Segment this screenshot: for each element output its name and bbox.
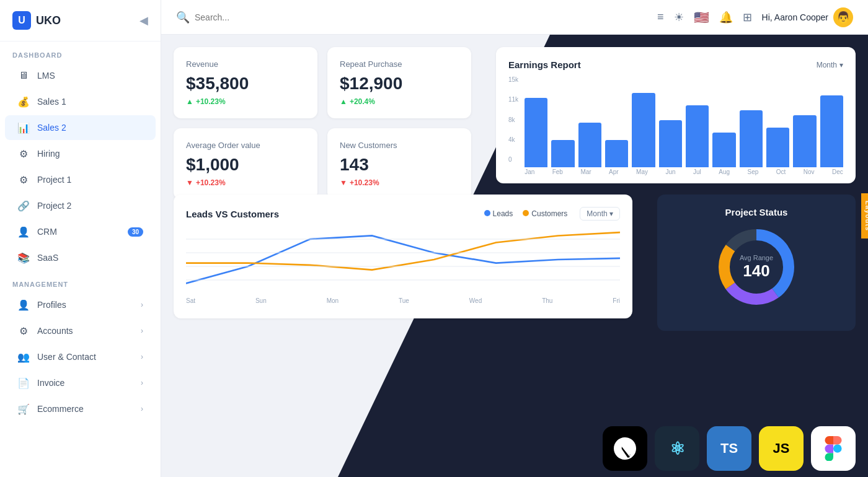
- leads-card: Leads VS Customers Leads Customers Month…: [174, 195, 632, 318]
- sidebar-item-hiring[interactable]: ⚙ Hiring: [5, 141, 156, 166]
- sidebar-item-label: User & Contact: [37, 352, 96, 362]
- sidebar-item-label: SaaS: [37, 253, 58, 263]
- sidebar-item-label: Accounts: [37, 326, 73, 336]
- sidebar-item-saas[interactable]: 📚 SaaS: [5, 245, 156, 270]
- leads-x-labels: SatSunMonTueWedThuFri: [186, 297, 620, 304]
- typescript-logo[interactable]: TS: [707, 426, 751, 471]
- chevron-icon: ›: [141, 379, 143, 387]
- donut-center: Avg Range 140: [740, 254, 773, 281]
- sidebar-item-user-contact[interactable]: 👥 User & Contact ›: [5, 344, 156, 369]
- bar-group: [793, 115, 816, 167]
- bar-group: [766, 128, 789, 167]
- sidebar-item-label: Ecommerce: [37, 404, 84, 414]
- figma-logo[interactable]: [811, 426, 856, 471]
- revenue-label: Revenue: [186, 59, 305, 69]
- avg-order-card: Average Order value $1,000 ▼ +10.23%: [174, 128, 317, 199]
- sidebar-item-sales2[interactable]: 📊 Sales 2: [5, 115, 156, 140]
- repeat-value: $12,900: [340, 74, 459, 94]
- management-section-label: MANAGEMENT: [0, 271, 161, 292]
- user-info: Hi, Aaron Cooper 👨: [762, 7, 853, 27]
- sidebar-item-label: Invoice: [37, 378, 64, 388]
- greeting-text: Hi, Aaron Cooper: [762, 12, 828, 22]
- logo: U UKO: [12, 11, 61, 30]
- bar-group: [740, 110, 763, 167]
- content-area: Revenue $35,800 ▲ +10.23% Repeat Purchas…: [161, 35, 868, 477]
- sidebar-item-accounts[interactable]: ⚙ Accounts ›: [5, 318, 156, 343]
- sidebar-item-lms[interactable]: 🖥 LMS: [5, 63, 156, 88]
- sidebar-item-label: Sales 2: [37, 123, 66, 133]
- tech-logos: ⚛ TS JS: [603, 426, 856, 477]
- bar-group: [632, 93, 655, 167]
- avatar: 👨: [833, 7, 853, 27]
- repeat-purchase-card: Repeat Purchase $12,900 ▲ +20.4%: [327, 47, 471, 118]
- sidebar-item-project2[interactable]: 🔗 Project 2: [5, 193, 156, 218]
- header: 🔍 ≡ ☀ 🇺🇸 🔔 ⊞ Hi, Aaron Cooper 👨: [161, 0, 868, 35]
- leads-period-select[interactable]: Month ▾: [580, 207, 620, 221]
- ecommerce-icon: 🛒: [17, 403, 30, 415]
- sidebar-item-project1[interactable]: ⚙ Project 1: [5, 167, 156, 192]
- layouts-tab[interactable]: Layouts: [861, 193, 868, 239]
- project-status-title: Project Status: [725, 207, 788, 217]
- leads-header: Leads VS Customers Leads Customers Month…: [186, 207, 620, 221]
- sidebar-item-profiles[interactable]: 👤 Profiles ›: [5, 292, 156, 317]
- sidebar-item-invoice[interactable]: 📄 Invoice ›: [5, 370, 156, 395]
- search-bar: 🔍: [176, 11, 362, 24]
- avg-label: Average Order value: [186, 141, 305, 150]
- bar-group: [551, 140, 574, 167]
- chevron-icon: ›: [141, 300, 143, 309]
- sidebar-item-label: Project 1: [37, 175, 71, 185]
- header-right: ≡ ☀ 🇺🇸 🔔 ⊞ Hi, Aaron Cooper 👨: [657, 7, 853, 27]
- search-input[interactable]: [195, 12, 319, 22]
- sidebar-header: U UKO ◀: [0, 0, 161, 42]
- leads-line-chart: [186, 225, 620, 294]
- customers-change: ▼ +10.23%: [340, 178, 459, 187]
- repeat-change: ▲ +20.4%: [340, 97, 459, 106]
- collapse-button[interactable]: ◀: [140, 14, 148, 27]
- nextjs-logo[interactable]: [603, 426, 647, 471]
- flag-icon[interactable]: 🇺🇸: [694, 10, 709, 25]
- bell-icon[interactable]: 🔔: [719, 11, 733, 24]
- earnings-header: Earnings Report Month ▾: [508, 59, 843, 70]
- sidebar-item-sales1[interactable]: 💰 Sales 1: [5, 89, 156, 114]
- crm-icon: 👤: [17, 225, 30, 238]
- x-axis-labels: JanFebMarAprMayJunJulAugSepOctNovDec: [525, 168, 843, 175]
- sidebar-item-label: Project 2: [37, 201, 71, 211]
- bar-chart: [525, 81, 843, 167]
- hiring-icon: ⚙: [17, 147, 30, 160]
- theme-toggle-icon[interactable]: ☀: [674, 11, 684, 24]
- donut-chart: Avg Range 140: [713, 224, 800, 310]
- repeat-label: Repeat Purchase: [340, 59, 459, 69]
- avg-range-value: 140: [740, 261, 773, 281]
- javascript-logo[interactable]: JS: [759, 426, 804, 471]
- chevron-icon: ›: [141, 326, 143, 335]
- avg-change: ▼ +10.23%: [186, 178, 305, 187]
- grid-icon[interactable]: ⊞: [743, 11, 752, 24]
- project2-icon: 🔗: [17, 199, 30, 212]
- sidebar-item-label: LMS: [37, 71, 55, 81]
- revenue-change: ▲ +10.23%: [186, 97, 305, 106]
- month-select[interactable]: Month ▾: [817, 61, 843, 69]
- customers-legend-label: Customers: [531, 209, 567, 218]
- bar-group: [712, 133, 735, 167]
- bar-group: [820, 95, 843, 167]
- react-logo[interactable]: ⚛: [655, 426, 699, 471]
- menu-lines-icon[interactable]: ≡: [657, 11, 664, 24]
- revenue-card: Revenue $35,800 ▲ +10.23%: [174, 47, 317, 118]
- bar-group: [578, 123, 601, 167]
- crm-badge: 30: [128, 227, 143, 237]
- bar-group: [605, 140, 628, 167]
- sidebar-item-crm[interactable]: 👤 CRM 30: [5, 219, 156, 244]
- stat-cards-grid: Revenue $35,800 ▲ +10.23% Repeat Purchas…: [161, 35, 484, 199]
- sidebar-item-ecommerce[interactable]: 🛒 Ecommerce ›: [5, 396, 156, 421]
- sales2-icon: 📊: [17, 121, 30, 134]
- sidebar-item-label: Hiring: [37, 149, 60, 159]
- bar-group: [686, 105, 709, 167]
- revenue-value: $35,800: [186, 74, 305, 94]
- new-customers-card: New Customers 143 ▼ +10.23%: [327, 128, 471, 199]
- leads-title: Leads VS Customers: [186, 209, 279, 219]
- profiles-icon: 👤: [17, 299, 30, 311]
- search-icon: 🔍: [176, 11, 190, 24]
- logo-text: UKO: [36, 14, 61, 27]
- avg-value: $1,000: [186, 155, 305, 175]
- logo-icon: U: [12, 11, 31, 30]
